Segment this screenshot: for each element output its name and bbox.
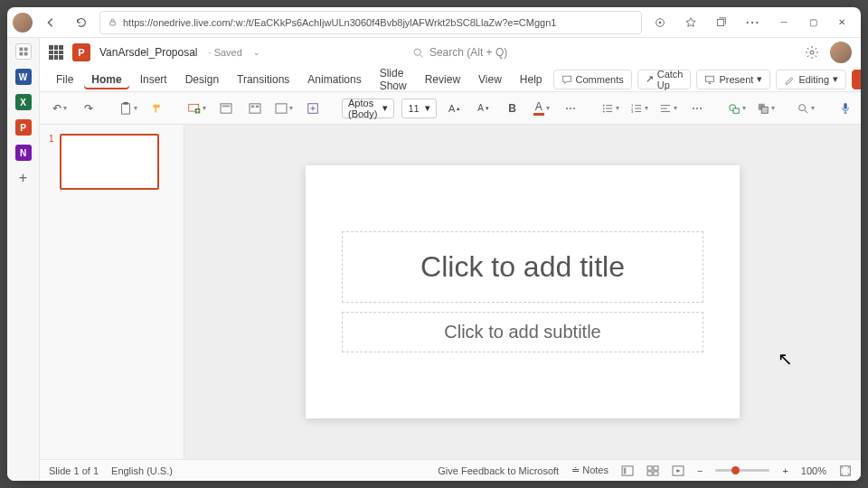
- close-button[interactable]: ✕: [828, 10, 855, 35]
- tab-view[interactable]: View: [471, 70, 509, 89]
- slide-canvas[interactable]: Click to add title Click to add subtitle: [184, 125, 861, 459]
- back-button[interactable]: [38, 10, 63, 35]
- find-button[interactable]: ▾: [795, 98, 816, 119]
- powerpoint-icon: P: [72, 43, 90, 61]
- font-color-button[interactable]: A▾: [531, 98, 552, 119]
- notes-button[interactable]: ≐ Notes: [571, 465, 609, 476]
- tab-review[interactable]: Review: [418, 70, 467, 89]
- tab-slideshow[interactable]: Slide Show: [373, 63, 414, 96]
- user-avatar[interactable]: [830, 42, 852, 63]
- comments-button[interactable]: Comments: [553, 70, 632, 89]
- layout-button[interactable]: [215, 98, 237, 119]
- slide-thumbnail-1[interactable]: [60, 134, 159, 190]
- reading-view-icon[interactable]: [672, 465, 684, 476]
- window-controls: ─ ▢ ✕: [770, 10, 855, 35]
- bold-button[interactable]: B: [502, 98, 524, 119]
- format-painter-button[interactable]: [146, 98, 168, 119]
- side-rail: W X P N +: [7, 38, 40, 481]
- refresh-button[interactable]: [69, 10, 94, 35]
- svg-point-23: [603, 108, 605, 109]
- profile-avatar[interactable]: [13, 13, 33, 33]
- arrange-button[interactable]: ▾: [755, 98, 777, 119]
- tab-help[interactable]: Help: [513, 70, 550, 89]
- present-button[interactable]: Present▾: [696, 70, 770, 89]
- app-body: W X P N + P VanArsdel_Proposal · Saved ⌄…: [7, 38, 861, 481]
- decrease-font-button[interactable]: A▾: [473, 98, 495, 119]
- address-bar[interactable]: [99, 11, 642, 34]
- section-button[interactable]: ▾: [273, 98, 295, 119]
- svg-rect-15: [221, 103, 231, 112]
- reset-button[interactable]: [244, 98, 266, 119]
- rail-excel-icon[interactable]: X: [15, 94, 32, 110]
- zoom-level[interactable]: 100%: [801, 465, 826, 476]
- ribbon-tabs: File Home Insert Design Transitions Anim…: [40, 67, 861, 92]
- title-chevron-icon[interactable]: ⌄: [253, 48, 260, 57]
- shapes-button[interactable]: ▾: [726, 98, 748, 119]
- app-header: P VanArsdel_Proposal · Saved ⌄ Search (A…: [40, 38, 861, 67]
- more-para-button[interactable]: ⋯: [686, 98, 708, 119]
- zoom-out-button[interactable]: −: [697, 465, 703, 476]
- favorite-icon[interactable]: [678, 10, 703, 35]
- font-size-select[interactable]: 11▾: [401, 99, 436, 118]
- rail-onenote-icon[interactable]: N: [15, 145, 32, 161]
- tab-file[interactable]: File: [49, 70, 80, 89]
- catchup-button[interactable]: ↗Catch Up: [637, 70, 692, 89]
- thumbnail-pane[interactable]: 1: [40, 125, 184, 459]
- fit-window-icon[interactable]: [839, 465, 852, 477]
- svg-rect-11: [122, 103, 130, 113]
- zoom-in-button[interactable]: +: [782, 465, 788, 476]
- rail-home-icon[interactable]: [15, 43, 32, 60]
- designer-button[interactable]: [302, 98, 324, 119]
- app-launcher-icon[interactable]: [49, 45, 63, 60]
- svg-rect-42: [647, 465, 652, 469]
- align-button[interactable]: ▾: [657, 98, 679, 119]
- new-slide-button[interactable]: ▾: [186, 98, 208, 119]
- tab-animations[interactable]: Animations: [300, 70, 368, 89]
- minimize-button[interactable]: ─: [770, 10, 797, 35]
- increase-font-button[interactable]: A▴: [444, 98, 466, 119]
- svg-rect-16: [222, 105, 231, 107]
- sorter-view-icon[interactable]: [646, 465, 659, 476]
- tracking-icon[interactable]: [647, 10, 673, 35]
- svg-rect-12: [123, 102, 127, 105]
- slide: Click to add title Click to add subtitle: [306, 165, 740, 418]
- title-placeholder[interactable]: Click to add title: [342, 231, 703, 303]
- document-title[interactable]: VanArsdel_Proposal: [99, 46, 198, 59]
- maximize-button[interactable]: ▢: [799, 10, 826, 35]
- paste-button[interactable]: ▾: [118, 98, 139, 119]
- rail-powerpoint-icon[interactable]: P: [15, 119, 32, 136]
- rail-word-icon[interactable]: W: [15, 69, 32, 85]
- redo-button[interactable]: ↷: [78, 98, 99, 119]
- feedback-link[interactable]: Give Feedback to Microsoft: [438, 465, 559, 476]
- rail-add-icon[interactable]: +: [19, 170, 27, 186]
- zoom-slider[interactable]: [715, 469, 769, 472]
- tab-design[interactable]: Design: [178, 70, 226, 89]
- slide-counter[interactable]: Slide 1 of 1: [49, 465, 99, 476]
- lock-icon: [108, 17, 118, 27]
- language-status[interactable]: English (U.S.): [111, 465, 173, 476]
- undo-button[interactable]: ↶▾: [49, 98, 71, 119]
- search-icon: [412, 47, 424, 59]
- svg-rect-19: [256, 105, 259, 108]
- normal-view-icon[interactable]: [621, 465, 634, 476]
- browser-titlebar: ⋯ ─ ▢ ✕: [7, 7, 861, 38]
- tab-insert[interactable]: Insert: [133, 70, 175, 89]
- editing-button[interactable]: Editing▾: [776, 70, 846, 89]
- dictate-button[interactable]: [835, 98, 856, 119]
- share-button[interactable]: 👤 Share ▾: [852, 70, 861, 89]
- url-input[interactable]: [123, 17, 634, 28]
- subtitle-placeholder[interactable]: Click to add subtitle: [342, 312, 703, 352]
- font-name-select[interactable]: Aptos (Body)▾: [342, 99, 394, 118]
- tab-home[interactable]: Home: [84, 70, 128, 89]
- numbering-button[interactable]: 123▾: [628, 98, 650, 119]
- collections-icon[interactable]: [709, 10, 734, 35]
- settings-icon[interactable]: [805, 45, 819, 60]
- saved-status: · Saved: [209, 47, 242, 58]
- tab-transitions[interactable]: Transitions: [230, 70, 297, 89]
- browser-menu-icon[interactable]: ⋯: [740, 10, 765, 35]
- svg-rect-6: [19, 52, 23, 56]
- more-font-button[interactable]: ⋯: [560, 98, 581, 119]
- search-box[interactable]: Search (Alt + Q): [406, 42, 659, 62]
- ribbon-toolbar: ↶▾ ↷ ▾ ▾ ▾ Aptos (Body)▾ 11▾ A▴ A▾ B A▾ …: [40, 92, 861, 125]
- bullets-button[interactable]: ▾: [599, 98, 621, 119]
